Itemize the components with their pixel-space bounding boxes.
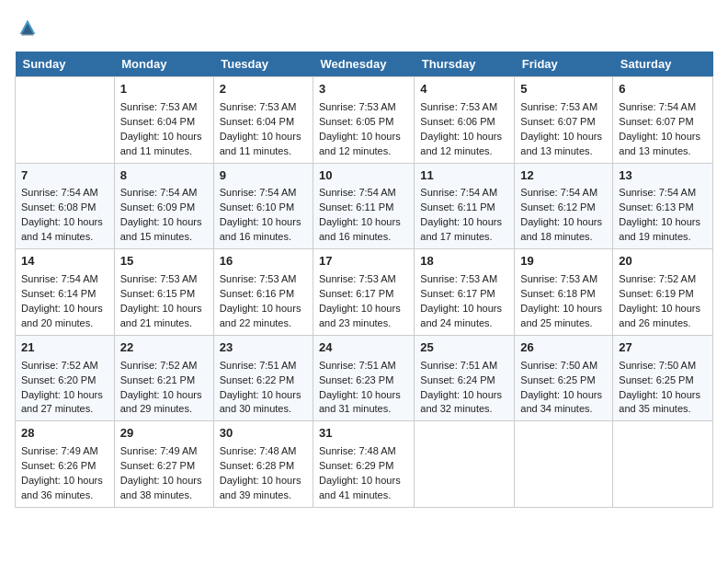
sunset: Sunset: 6:11 PM — [319, 201, 393, 213]
day-number: 25 — [420, 339, 508, 357]
sunset: Sunset: 6:28 PM — [220, 460, 294, 471]
calendar-cell: 16Sunrise: 7:53 AMSunset: 6:16 PMDayligh… — [213, 249, 313, 336]
calendar-cell: 11Sunrise: 7:54 AMSunset: 6:11 PMDayligh… — [415, 163, 515, 249]
sunrise: Sunrise: 7:49 AM — [21, 445, 98, 456]
calendar-week-2: 7Sunrise: 7:54 AMSunset: 6:08 PMDaylight… — [16, 163, 713, 249]
sunset: Sunset: 6:04 PM — [220, 116, 294, 127]
sunrise: Sunrise: 7:48 AM — [220, 445, 297, 456]
sunset: Sunset: 6:20 PM — [21, 374, 96, 385]
sunset: Sunset: 6:13 PM — [619, 201, 693, 213]
daylight: Daylight: 10 hours and 18 minutes. — [520, 216, 602, 242]
sunrise: Sunrise: 7:54 AM — [420, 187, 497, 198]
sunset: Sunset: 6:06 PM — [420, 116, 495, 127]
daylight: Daylight: 10 hours and 12 minutes. — [319, 131, 401, 156]
sunset: Sunset: 6:15 PM — [120, 288, 195, 299]
calendar-cell: 18Sunrise: 7:53 AMSunset: 6:17 PMDayligh… — [415, 249, 515, 336]
daylight: Daylight: 10 hours and 12 minutes. — [420, 131, 502, 156]
day-number: 24 — [319, 339, 408, 357]
calendar-cell: 20Sunrise: 7:52 AMSunset: 6:19 PMDayligh… — [613, 249, 713, 336]
calendar-cell: 15Sunrise: 7:53 AMSunset: 6:15 PMDayligh… — [114, 249, 213, 336]
day-number: 23 — [220, 339, 307, 357]
sunset: Sunset: 6:14 PM — [21, 288, 96, 299]
daylight: Daylight: 10 hours and 22 minutes. — [220, 303, 301, 328]
calendar-cell: 23Sunrise: 7:51 AMSunset: 6:22 PMDayligh… — [213, 335, 313, 421]
weekday-header-tuesday: Tuesday — [213, 52, 313, 77]
logo — [15, 15, 42, 40]
sunrise: Sunrise: 7:54 AM — [520, 187, 597, 198]
calendar-cell: 5Sunrise: 7:53 AMSunset: 6:07 PMDaylight… — [515, 77, 613, 164]
day-number: 5 — [520, 81, 607, 98]
day-number: 30 — [220, 425, 307, 442]
calendar-cell — [515, 421, 613, 508]
day-number: 27 — [619, 339, 707, 357]
sunset: Sunset: 6:12 PM — [520, 201, 595, 213]
calendar-cell: 29Sunrise: 7:49 AMSunset: 6:27 PMDayligh… — [114, 421, 213, 508]
calendar-cell — [16, 77, 115, 164]
sunrise: Sunrise: 7:54 AM — [619, 101, 696, 112]
daylight: Daylight: 10 hours and 11 minutes. — [220, 131, 301, 156]
calendar-cell: 9Sunrise: 7:54 AMSunset: 6:10 PMDaylight… — [213, 163, 313, 249]
weekday-header-sunday: Sunday — [16, 52, 115, 77]
calendar-cell: 8Sunrise: 7:54 AMSunset: 6:09 PMDaylight… — [114, 163, 213, 249]
daylight: Daylight: 10 hours and 11 minutes. — [120, 131, 202, 156]
calendar-week-1: 1Sunrise: 7:53 AMSunset: 6:04 PMDaylight… — [16, 77, 713, 164]
calendar-cell: 13Sunrise: 7:54 AMSunset: 6:13 PMDayligh… — [613, 163, 713, 249]
sunset: Sunset: 6:16 PM — [220, 288, 294, 299]
calendar-week-4: 21Sunrise: 7:52 AMSunset: 6:20 PMDayligh… — [16, 335, 713, 421]
sunrise: Sunrise: 7:53 AM — [420, 273, 497, 284]
day-number: 16 — [220, 253, 307, 270]
calendar-cell: 3Sunrise: 7:53 AMSunset: 6:05 PMDaylight… — [313, 77, 414, 164]
sunset: Sunset: 6:22 PM — [220, 374, 294, 385]
sunrise: Sunrise: 7:54 AM — [619, 187, 696, 198]
day-number: 3 — [319, 81, 408, 98]
sunset: Sunset: 6:25 PM — [619, 374, 693, 385]
calendar-header: SundayMondayTuesdayWednesdayThursdayFrid… — [16, 52, 713, 77]
day-number: 31 — [319, 425, 408, 442]
day-number: 1 — [120, 81, 208, 98]
sunset: Sunset: 6:23 PM — [319, 374, 393, 385]
sunset: Sunset: 6:09 PM — [120, 201, 195, 213]
sunrise: Sunrise: 7:54 AM — [220, 187, 297, 198]
day-number: 26 — [520, 339, 607, 357]
calendar-week-5: 28Sunrise: 7:49 AMSunset: 6:26 PMDayligh… — [16, 421, 713, 508]
day-number: 21 — [21, 339, 108, 357]
daylight: Daylight: 10 hours and 13 minutes. — [520, 131, 602, 156]
daylight: Daylight: 10 hours and 13 minutes. — [619, 131, 700, 156]
daylight: Daylight: 10 hours and 21 minutes. — [120, 303, 202, 328]
daylight: Daylight: 10 hours and 38 minutes. — [120, 475, 202, 500]
day-number: 29 — [120, 425, 208, 442]
sunset: Sunset: 6:27 PM — [120, 460, 195, 471]
calendar-cell: 28Sunrise: 7:49 AMSunset: 6:26 PMDayligh… — [16, 421, 115, 508]
daylight: Daylight: 10 hours and 35 minutes. — [619, 389, 700, 415]
day-number: 8 — [120, 167, 208, 185]
calendar-cell: 26Sunrise: 7:50 AMSunset: 6:25 PMDayligh… — [515, 335, 613, 421]
calendar-table: SundayMondayTuesdayWednesdayThursdayFrid… — [15, 52, 713, 508]
daylight: Daylight: 10 hours and 26 minutes. — [619, 303, 700, 328]
daylight: Daylight: 10 hours and 34 minutes. — [520, 389, 602, 415]
sunrise: Sunrise: 7:54 AM — [21, 187, 98, 198]
weekday-header-saturday: Saturday — [613, 52, 713, 77]
day-number: 15 — [120, 253, 208, 270]
sunrise: Sunrise: 7:49 AM — [120, 445, 198, 456]
sunset: Sunset: 6:21 PM — [120, 374, 195, 385]
sunrise: Sunrise: 7:52 AM — [120, 360, 198, 371]
day-number: 12 — [520, 167, 607, 185]
sunset: Sunset: 6:17 PM — [420, 288, 495, 299]
sunset: Sunset: 6:11 PM — [420, 201, 495, 213]
sunrise: Sunrise: 7:54 AM — [319, 187, 396, 198]
sunset: Sunset: 6:05 PM — [319, 116, 393, 127]
calendar-cell: 31Sunrise: 7:48 AMSunset: 6:29 PMDayligh… — [313, 421, 414, 508]
daylight: Daylight: 10 hours and 20 minutes. — [21, 303, 103, 328]
sunrise: Sunrise: 7:53 AM — [220, 101, 297, 112]
calendar-cell: 10Sunrise: 7:54 AMSunset: 6:11 PMDayligh… — [313, 163, 414, 249]
sunrise: Sunrise: 7:53 AM — [520, 273, 597, 284]
sunrise: Sunrise: 7:51 AM — [420, 360, 497, 371]
calendar-cell: 12Sunrise: 7:54 AMSunset: 6:12 PMDayligh… — [515, 163, 613, 249]
sunset: Sunset: 6:19 PM — [619, 288, 693, 299]
weekday-header-thursday: Thursday — [415, 52, 515, 77]
calendar-cell: 25Sunrise: 7:51 AMSunset: 6:24 PMDayligh… — [415, 335, 515, 421]
calendar-week-3: 14Sunrise: 7:54 AMSunset: 6:14 PMDayligh… — [16, 249, 713, 336]
calendar-cell: 14Sunrise: 7:54 AMSunset: 6:14 PMDayligh… — [16, 249, 115, 336]
calendar-cell — [415, 421, 515, 508]
daylight: Daylight: 10 hours and 17 minutes. — [420, 216, 502, 242]
